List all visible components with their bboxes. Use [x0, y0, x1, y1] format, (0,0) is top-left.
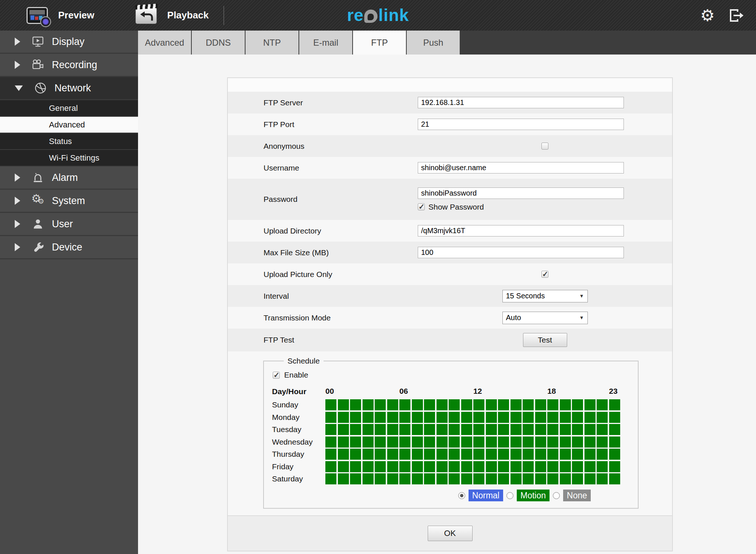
- mode-radio-none[interactable]: [553, 492, 560, 499]
- schedule-cell[interactable]: [461, 399, 472, 410]
- schedule-cell[interactable]: [473, 461, 484, 472]
- schedule-cell[interactable]: [387, 424, 398, 435]
- schedule-cell[interactable]: [363, 436, 374, 448]
- schedule-cell[interactable]: [486, 412, 497, 423]
- schedule-cell[interactable]: [399, 412, 410, 423]
- schedule-cell[interactable]: [498, 399, 509, 410]
- schedule-cell[interactable]: [375, 399, 386, 410]
- schedule-cell[interactable]: [597, 473, 608, 484]
- schedule-cell[interactable]: [449, 412, 460, 423]
- schedule-cell[interactable]: [511, 399, 522, 410]
- schedule-cell[interactable]: [363, 473, 374, 484]
- schedule-cell[interactable]: [547, 412, 558, 423]
- schedule-cell[interactable]: [523, 473, 534, 484]
- tab-email[interactable]: E-mail: [299, 31, 353, 55]
- schedule-cell[interactable]: [387, 449, 398, 460]
- schedule-cell[interactable]: [325, 424, 336, 435]
- schedule-cell[interactable]: [461, 461, 472, 472]
- tab-push[interactable]: Push: [407, 31, 460, 55]
- schedule-cell[interactable]: [609, 399, 620, 410]
- playback-label[interactable]: Playback: [167, 10, 209, 21]
- schedule-cell[interactable]: [523, 449, 534, 460]
- schedule-cell[interactable]: [609, 412, 620, 423]
- schedule-cell[interactable]: [399, 473, 410, 484]
- schedule-cell[interactable]: [523, 424, 534, 435]
- schedule-cell[interactable]: [584, 436, 596, 448]
- schedule-cell[interactable]: [363, 412, 374, 423]
- schedule-cell[interactable]: [449, 461, 460, 472]
- schedule-cell[interactable]: [560, 461, 571, 472]
- schedule-cell[interactable]: [449, 473, 460, 484]
- mode-badge-normal[interactable]: Normal: [469, 490, 503, 501]
- schedule-cell[interactable]: [437, 473, 448, 484]
- schedule-cell[interactable]: [375, 412, 386, 423]
- schedule-cell[interactable]: [498, 449, 509, 460]
- schedule-cell[interactable]: [560, 436, 571, 448]
- schedule-cell[interactable]: [350, 412, 361, 423]
- schedule-cell[interactable]: [325, 473, 336, 484]
- schedule-cell[interactable]: [498, 424, 509, 435]
- schedule-cell[interactable]: [560, 473, 571, 484]
- schedule-cell[interactable]: [449, 424, 460, 435]
- schedule-cell[interactable]: [609, 461, 620, 472]
- sidebar-subitem-wifi-settings[interactable]: Wi-Fi Settings: [0, 150, 138, 166]
- schedule-cell[interactable]: [486, 449, 497, 460]
- schedule-cell[interactable]: [473, 449, 484, 460]
- schedule-cell[interactable]: [609, 424, 620, 435]
- schedule-cell[interactable]: [325, 412, 336, 423]
- schedule-cell[interactable]: [387, 412, 398, 423]
- schedule-cell[interactable]: [572, 461, 583, 472]
- upload-directory-input[interactable]: [418, 225, 624, 236]
- schedule-cell[interactable]: [584, 399, 596, 410]
- schedule-cell[interactable]: [597, 436, 608, 448]
- schedule-cell[interactable]: [572, 424, 583, 435]
- schedule-cell[interactable]: [399, 436, 410, 448]
- schedule-cell[interactable]: [523, 399, 534, 410]
- schedule-cell[interactable]: [535, 449, 546, 460]
- preview-label[interactable]: Preview: [58, 10, 94, 21]
- schedule-cell[interactable]: [461, 449, 472, 460]
- ftp-server-input[interactable]: [418, 97, 624, 108]
- schedule-cell[interactable]: [350, 436, 361, 448]
- anonymous-checkbox[interactable]: [541, 143, 548, 150]
- schedule-cell[interactable]: [486, 399, 497, 410]
- schedule-cell[interactable]: [424, 473, 435, 484]
- schedule-cell[interactable]: [498, 412, 509, 423]
- schedule-cell[interactable]: [375, 436, 386, 448]
- schedule-cell[interactable]: [498, 436, 509, 448]
- schedule-cell[interactable]: [412, 473, 423, 484]
- schedule-cell[interactable]: [560, 424, 571, 435]
- mode-badge-none[interactable]: None: [563, 490, 591, 501]
- schedule-cell[interactable]: [523, 436, 534, 448]
- schedule-cell[interactable]: [461, 436, 472, 448]
- schedule-cell[interactable]: [584, 473, 596, 484]
- schedule-cell[interactable]: [375, 449, 386, 460]
- schedule-cell[interactable]: [572, 473, 583, 484]
- sidebar-item-network[interactable]: Network: [0, 77, 138, 100]
- schedule-cell[interactable]: [338, 461, 349, 472]
- schedule-cell[interactable]: [473, 473, 484, 484]
- schedule-cell[interactable]: [560, 449, 571, 460]
- tab-ntp[interactable]: NTP: [245, 31, 299, 55]
- schedule-cell[interactable]: [363, 399, 374, 410]
- schedule-cell[interactable]: [350, 461, 361, 472]
- settings-gear-icon[interactable]: ⚙: [700, 7, 715, 24]
- schedule-cell[interactable]: [511, 461, 522, 472]
- schedule-cell[interactable]: [597, 461, 608, 472]
- schedule-cell[interactable]: [363, 449, 374, 460]
- schedule-cell[interactable]: [363, 424, 374, 435]
- schedule-cell[interactable]: [535, 399, 546, 410]
- schedule-cell[interactable]: [412, 424, 423, 435]
- show-password-checkbox[interactable]: [418, 203, 425, 210]
- schedule-cell[interactable]: [325, 449, 336, 460]
- schedule-cell[interactable]: [597, 449, 608, 460]
- schedule-cell[interactable]: [535, 412, 546, 423]
- schedule-cell[interactable]: [338, 399, 349, 410]
- schedule-cell[interactable]: [437, 436, 448, 448]
- schedule-cell[interactable]: [449, 399, 460, 410]
- schedule-cell[interactable]: [350, 473, 361, 484]
- schedule-cell[interactable]: [547, 424, 558, 435]
- schedule-cell[interactable]: [424, 449, 435, 460]
- schedule-cell[interactable]: [363, 461, 374, 472]
- interval-select[interactable]: 15 Seconds: [502, 290, 588, 302]
